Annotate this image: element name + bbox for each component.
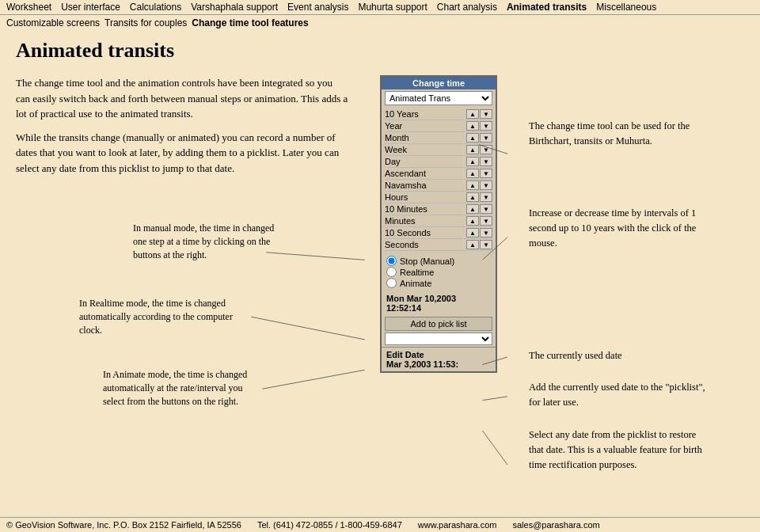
row-day: Day ▲ ▼ [385,156,492,168]
row-10years: 10 Years ▲ ▼ [385,108,492,120]
annotation-realtime-mode: In Realtime mode, the time is changed au… [79,297,234,336]
row-hours: Hours ▲ ▼ [385,192,492,203]
animated-trans-dropdown[interactable]: Animated Trans [385,91,492,105]
row-month: Month ▲ ▼ [385,132,492,144]
breadcrumb-customizable[interactable]: Customizable screens [6,17,100,28]
annotation-current-date: The currently used date [529,348,622,363]
row-minutes: Minutes ▲ ▼ [385,215,492,227]
radio-stop[interactable]: Stop (Manual) [386,256,491,266]
nav-varshaphala[interactable]: Varshaphala support [191,2,278,13]
nav-event-analysis[interactable]: Event analysis [287,2,348,13]
current-date-display: Mon Mar 10,2003 12:52:14 [382,291,496,315]
top-nav: Worksheet User interface Calculations Va… [0,0,760,15]
annotation-add-picklist: Add the currently used date to the "pick… [529,380,711,410]
footer-copyright: © GeoVision Software, Inc. P.O. Box 2152… [6,520,241,530]
description-2: While the transits change (manually or a… [16,130,348,177]
svg-line-2 [262,370,364,389]
seconds-down-btn[interactable]: ▼ [480,240,492,249]
row-ascendant: Ascendant ▲ ▼ [385,168,492,180]
seconds-up-btn[interactable]: ▲ [466,240,479,249]
svg-line-1 [251,317,365,340]
nav-animated-transits[interactable]: Animated transits [507,2,587,13]
nav-worksheet[interactable]: Worksheet [6,2,51,13]
annotation-increase-decrease: Increase or decrease time by intervals o… [529,206,711,250]
svg-line-7 [482,431,507,465]
breadcrumb-transits-couples[interactable]: Transits for couples [104,17,187,28]
breadcrumb: Customizable screens Transits for couple… [0,15,760,31]
hours-up-btn[interactable]: ▲ [466,192,479,202]
add-to-picklist-btn[interactable]: Add to pick list [385,317,492,331]
ascendant-up-btn[interactable]: ▲ [466,169,479,178]
row-year: Year ▲ ▼ [385,120,492,132]
nav-user-interface[interactable]: User interface [61,2,120,13]
row-10minutes: 10 Minutes ▲ ▼ [385,203,492,215]
radio-realtime[interactable]: Realtime [386,267,491,277]
footer-email: sales@parashara.com [512,520,599,530]
row-10seconds: 10 Seconds ▲ ▼ [385,227,492,239]
year-down-btn[interactable]: ▼ [480,121,492,131]
picklist-dropdown[interactable] [385,332,492,345]
page-title: Animated transits [16,39,744,63]
annotation-manual-mode: In manual mode, the time in changed one … [133,222,283,261]
row-seconds: Seconds ▲ ▼ [385,239,492,251]
week-down-btn[interactable]: ▼ [480,145,492,154]
radio-animate[interactable]: Animate [386,278,491,288]
nav-muhurta[interactable]: Muhurta support [358,2,427,13]
10years-up-btn[interactable]: ▲ [466,109,479,119]
description-1: The change time tool and the animation c… [16,75,348,122]
row-navamsha: Navamsha ▲ ▼ [385,180,492,192]
widget-title: Change time [382,77,496,89]
annotation-animate-mode: In Animate mode, the time is changed aut… [103,368,257,408]
ascendant-down-btn[interactable]: ▼ [480,169,492,178]
day-up-btn[interactable]: ▲ [466,157,479,166]
10sec-down-btn[interactable]: ▼ [480,228,492,238]
week-up-btn[interactable]: ▲ [466,145,479,154]
svg-line-6 [482,397,507,401]
month-down-btn[interactable]: ▼ [480,133,492,142]
navamsha-down-btn[interactable]: ▼ [480,180,492,190]
10min-up-btn[interactable]: ▲ [466,204,479,214]
main-content: Animated transits The change time tool a… [0,31,760,532]
footer-tel: Tel. (641) 472-0855 / 1-800-459-6847 [257,520,402,530]
edit-date-section: Edit Date Mar 3,2003 11:53: [382,347,496,371]
row-week: Week ▲ ▼ [385,144,492,156]
footer-website: www.parashara.com [418,520,497,530]
month-up-btn[interactable]: ▲ [466,133,479,142]
breadcrumb-change-time[interactable]: Change time tool features [192,17,308,28]
nav-chart-analysis[interactable]: Chart analysis [437,2,497,13]
footer: © GeoVision Software, Inc. P.O. Box 2152… [0,517,760,532]
nav-calculations[interactable]: Calculations [130,2,181,13]
change-time-widget: Change time Animated Trans 10 Years ▲ ▼ [380,75,497,373]
day-down-btn[interactable]: ▼ [480,157,492,166]
10min-down-btn[interactable]: ▼ [480,204,492,214]
10sec-up-btn[interactable]: ▲ [466,228,479,238]
annotation-change-time-tool: The change time tool can be used for the… [529,119,711,149]
nav-miscellaneous[interactable]: Miscellaneous [596,2,656,13]
minutes-down-btn[interactable]: ▼ [480,216,492,226]
navamsha-up-btn[interactable]: ▲ [466,180,479,190]
year-up-btn[interactable]: ▲ [466,121,479,131]
minutes-up-btn[interactable]: ▲ [466,216,479,226]
hours-down-btn[interactable]: ▼ [480,192,492,202]
10years-down-btn[interactable]: ▼ [480,109,492,119]
annotation-select-picklist: Select any date from the picklist to res… [529,428,711,472]
